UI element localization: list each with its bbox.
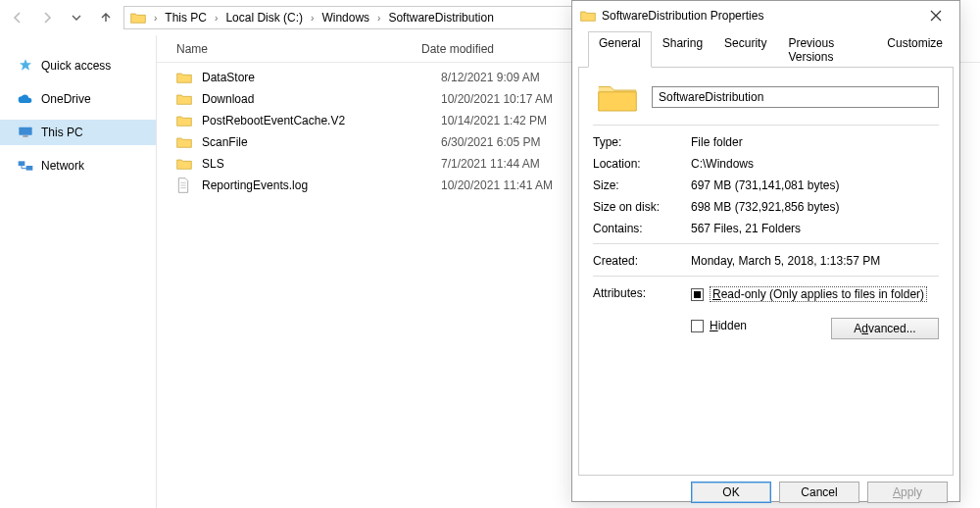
readonly-checkbox-row[interactable]: Read-only (Only applies to files in fold… [691, 286, 939, 302]
recent-locations-button[interactable] [65, 6, 88, 29]
contains-value: 567 Files, 21 Folders [691, 222, 939, 235]
breadcrumb-seg-3[interactable]: SoftwareDistribution [384, 9, 497, 26]
tab-strip: General Sharing Security Previous Versio… [578, 30, 954, 68]
navigation-pane: Quick access OneDrive This PC Network [0, 35, 157, 508]
tab-previous-versions[interactable]: Previous Versions [777, 31, 876, 68]
breadcrumb-label: SoftwareDistribution [388, 11, 493, 25]
sidebar-item-label: Network [41, 159, 84, 173]
folder-icon [176, 157, 196, 171]
apply-button[interactable]: Apply [867, 482, 948, 503]
created-label: Created: [593, 254, 691, 268]
back-button[interactable] [6, 6, 29, 29]
column-header-name[interactable]: Name [157, 42, 421, 56]
chevron-right-icon[interactable]: › [213, 13, 220, 24]
attributes-label: Attributes: [593, 286, 691, 300]
type-label: Type: [593, 135, 691, 149]
breadcrumb-label: Windows [321, 11, 369, 25]
column-header-date[interactable]: Date modified [421, 42, 578, 56]
contains-label: Contains: [593, 222, 691, 235]
breadcrumb-label: Local Disk (C:) [225, 11, 303, 25]
tab-sharing[interactable]: Sharing [652, 31, 713, 68]
cloud-icon [18, 91, 33, 107]
sidebar-item-onedrive[interactable]: OneDrive [0, 86, 156, 112]
tab-general[interactable]: General [588, 31, 652, 68]
sidebar-item-label: This PC [41, 126, 83, 139]
svg-rect-3 [26, 166, 33, 171]
sidebar-item-this-pc[interactable]: This PC [0, 120, 156, 145]
folder-icon [176, 92, 196, 106]
size-on-disk-label: Size on disk: [593, 200, 691, 214]
svg-rect-0 [19, 127, 31, 135]
close-icon [930, 10, 942, 22]
dialog-titlebar[interactable]: SoftwareDistribution Properties [572, 1, 959, 30]
chevron-right-icon[interactable]: › [375, 13, 382, 24]
network-icon [18, 158, 33, 174]
location-label: Location: [593, 157, 691, 171]
readonly-label: Read-only (Only applies to files in fold… [710, 286, 927, 302]
chevron-right-icon[interactable]: › [309, 13, 316, 24]
hidden-label: Hidden [710, 319, 747, 332]
folder-name-input[interactable]: SoftwareDistribution [652, 86, 939, 108]
svg-rect-1 [23, 135, 27, 136]
address-bar[interactable]: › This PC › Local Disk (C:) › Windows › … [123, 6, 574, 29]
folder-name-value: SoftwareDistribution [659, 90, 763, 104]
close-button[interactable] [916, 2, 956, 29]
size-label: Size: [593, 178, 691, 192]
breadcrumb-seg-1[interactable]: Local Disk (C:) [221, 9, 307, 26]
breadcrumb-root-icon[interactable] [126, 9, 150, 26]
sidebar-item-quick-access[interactable]: Quick access [0, 53, 156, 78]
breadcrumb-seg-2[interactable]: Windows [318, 9, 373, 26]
properties-dialog: SoftwareDistribution Properties General … [571, 0, 960, 502]
hidden-checkbox[interactable] [691, 320, 704, 332]
pc-icon [18, 125, 33, 140]
sidebar-item-network[interactable]: Network [0, 153, 156, 178]
ok-button[interactable]: OK [691, 482, 771, 503]
folder-icon [176, 135, 196, 149]
folder-icon [176, 114, 196, 127]
sidebar-item-label: Quick access [41, 59, 111, 73]
breadcrumb-label: This PC [165, 11, 207, 25]
tab-body-general: SoftwareDistribution Type:File folder Lo… [578, 68, 954, 476]
cancel-button[interactable]: Cancel [779, 482, 859, 503]
up-button[interactable] [94, 6, 118, 29]
file-name: ReportingEvents.log [196, 178, 441, 192]
tab-customize[interactable]: Customize [876, 31, 954, 68]
svg-rect-2 [19, 161, 25, 166]
file-name: ScanFile [196, 135, 441, 149]
created-value: Monday, March 5, 2018, 1:13:57 PM [691, 254, 939, 268]
tab-security[interactable]: Security [713, 31, 777, 68]
folder-icon [176, 71, 196, 84]
file-name: PostRebootEventCache.V2 [196, 114, 441, 127]
file-name: DataStore [196, 71, 441, 84]
star-icon [18, 58, 33, 74]
advanced-button[interactable]: Advanced... [831, 318, 939, 339]
breadcrumb-seg-0[interactable]: This PC [161, 9, 211, 26]
size-on-disk-value: 698 MB (732,921,856 bytes) [691, 200, 939, 214]
file-name: SLS [196, 157, 441, 171]
file-name: Download [196, 92, 441, 106]
size-value: 697 MB (731,141,081 bytes) [691, 178, 939, 192]
dialog-buttons: OK Cancel Apply [572, 476, 959, 503]
file-icon [176, 178, 196, 193]
dialog-title: SoftwareDistribution Properties [596, 9, 916, 23]
chevron-right-icon[interactable]: › [152, 13, 159, 24]
forward-button[interactable] [35, 6, 59, 29]
type-value: File folder [691, 135, 939, 149]
readonly-checkbox[interactable] [691, 288, 704, 301]
hidden-checkbox-row[interactable]: Hidden [691, 319, 831, 332]
folder-icon [597, 79, 638, 115]
sidebar-item-label: OneDrive [41, 92, 91, 106]
location-value: C:\Windows [691, 157, 939, 171]
folder-icon [580, 9, 596, 23]
